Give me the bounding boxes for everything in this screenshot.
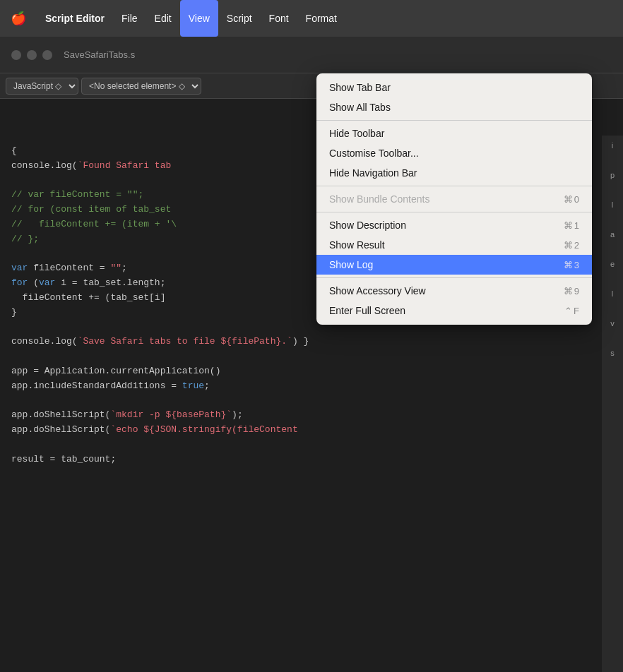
menu-item-show-accessory-view[interactable]: Show Accessory View ⌘9 [316,281,592,301]
menu-item-show-tab-bar[interactable]: Show Tab Bar [316,78,592,97]
menubar-item-format[interactable]: Format [297,0,345,37]
menu-item-label: Hide Navigation Bar [329,167,417,179]
menu-item-label: Show Tab Bar [329,82,391,93]
apple-icon: 🍎 [11,11,26,26]
menu-item-show-result[interactable]: Show Result ⌘2 [316,235,592,255]
menu-item-label: Show Bundle Contents [329,193,429,205]
menu-item-hide-toolbar[interactable]: Hide Toolbar [316,124,592,143]
menu-item-label: Show All Tabs [329,102,391,113]
menu-item-label: Show Accessory View [329,285,426,296]
menu-item-shortcut: ⌘2 [564,240,579,251]
menu-item-shortcut: ⌃F [564,306,579,316]
menu-item-label: Show Description [329,220,406,231]
menu-item-hide-navigation-bar[interactable]: Hide Navigation Bar [316,163,592,183]
menu-item-shortcut: ⌘3 [564,260,579,270]
menu-item-shortcut: ⌘1 [564,220,579,231]
menubar-item-edit[interactable]: Edit [146,0,180,37]
window-area: SaveSafariTabs.s JavaScript ◇ <No select… [0,37,623,672]
menu-item-show-all-tabs[interactable]: Show All Tabs [316,97,592,117]
menu-item-label: Enter Full Screen [329,305,405,316]
menu-item-shortcut: ⌘9 [564,286,579,296]
menu-separator [316,277,592,278]
menu-item-customise-toolbar[interactable]: Customise Toolbar... [316,143,592,163]
menubar: 🍎 Script Editor File Edit View Script Fo… [0,0,623,37]
menubar-item-font[interactable]: Font [261,0,297,37]
menubar-item-script[interactable]: Script [218,0,261,37]
menu-separator [316,186,592,186]
menu-item-label: Show Log [329,259,373,270]
menu-item-label: Show Result [329,239,385,251]
menu-separator [316,120,592,121]
menubar-item-scripteditor[interactable]: Script Editor [37,0,113,37]
menubar-item-file[interactable]: File [113,0,146,37]
view-menu-dropdown: Show Tab Bar Show All Tabs Hide Toolbar … [316,73,592,325]
dropdown-overlay[interactable]: Show Tab Bar Show All Tabs Hide Toolbar … [0,37,623,672]
menu-item-show-log[interactable]: Show Log ⌘3 [316,255,592,275]
menubar-item-view[interactable]: View [180,0,218,37]
menu-item-show-description[interactable]: Show Description ⌘1 [316,215,592,235]
apple-menu[interactable]: 🍎 [0,0,37,37]
menu-item-label: Hide Toolbar [329,128,384,139]
menu-item-enter-full-screen[interactable]: Enter Full Screen ⌃F [316,301,592,320]
menu-separator [316,212,592,212]
menu-item-label: Customise Toolbar... [329,148,419,159]
menu-item-show-bundle-contents[interactable]: Show Bundle Contents ⌘0 [316,189,592,209]
menu-item-shortcut: ⌘0 [564,194,579,205]
